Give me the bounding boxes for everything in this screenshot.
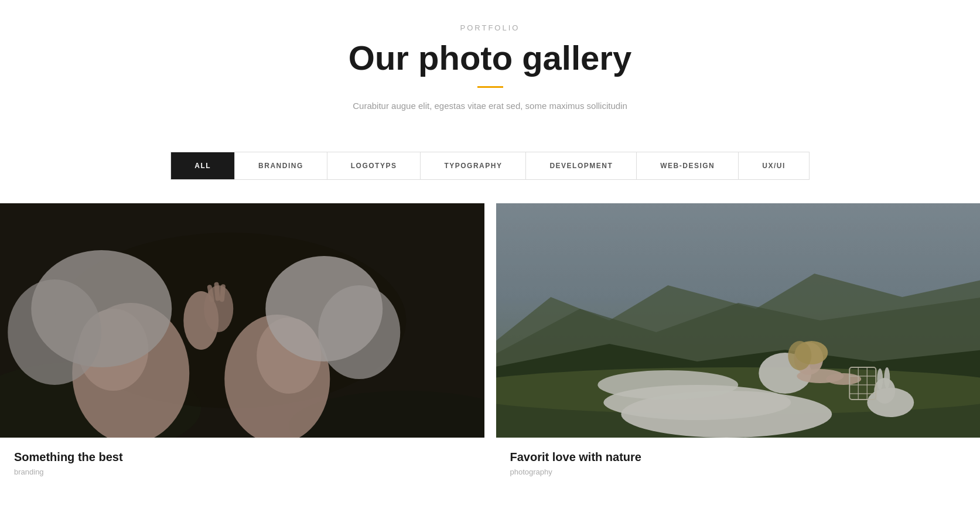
filter-tab-typography[interactable]: TYPOGRAPHY	[421, 152, 526, 179]
caption-title-2: Favorit love with nature	[510, 450, 967, 464]
header-section: PORTFOLIO Our photo gallery Curabitur au…	[0, 0, 980, 134]
caption-category-2: photography	[510, 467, 967, 476]
gallery-title: Our photo gallery	[12, 39, 968, 77]
gallery-grid: Something the best branding	[0, 203, 980, 488]
header-subtitle: Curabitur augue elit, egestas vitae erat…	[12, 101, 968, 111]
title-divider	[477, 86, 503, 88]
gallery-item-2[interactable]: Favorit love with nature photography	[496, 203, 981, 488]
portfolio-label: PORTFOLIO	[12, 23, 968, 32]
caption-title-1: Something the best	[14, 450, 470, 464]
gallery-image-2	[496, 203, 981, 438]
caption-category-1: branding	[14, 467, 470, 476]
filter-tab-logotyps[interactable]: LOGOTYPS	[327, 152, 421, 179]
gallery-image-1	[0, 203, 484, 438]
filter-tab-development[interactable]: DEVELOPMENT	[526, 152, 637, 179]
filter-tab-ux-ui[interactable]: UX/UI	[739, 152, 809, 179]
filter-tab-all[interactable]: ALL	[171, 152, 235, 179]
gallery-item-1[interactable]: Something the best branding	[0, 203, 484, 488]
page-wrapper: PORTFOLIO Our photo gallery Curabitur au…	[0, 0, 980, 488]
gallery-caption-2: Favorit love with nature photography	[496, 438, 981, 488]
filter-tabs: ALL BRANDING LOGOTYPS TYPOGRAPHY DEVELOP…	[170, 152, 810, 180]
filter-tab-web-design[interactable]: WEB-DESIGN	[637, 152, 739, 179]
svg-rect-44	[496, 203, 981, 438]
filter-tab-branding[interactable]: BRANDING	[235, 152, 327, 179]
gallery-caption-1: Something the best branding	[0, 438, 484, 488]
